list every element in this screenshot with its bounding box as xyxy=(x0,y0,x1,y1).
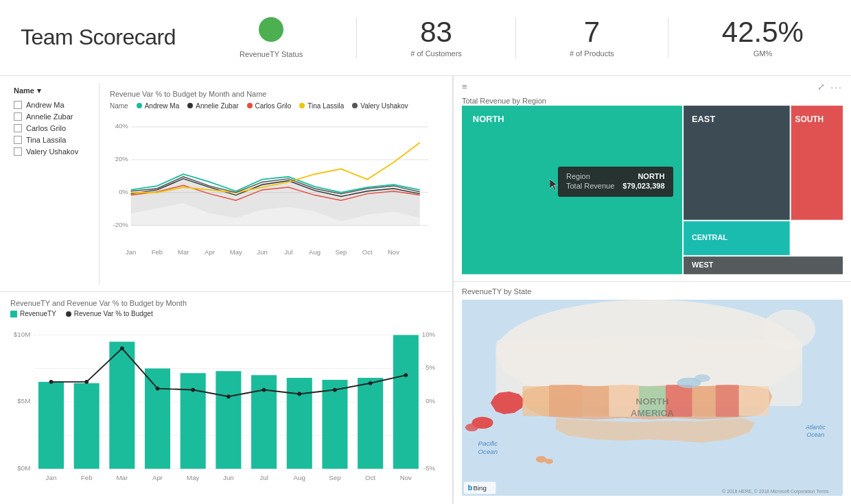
svg-text:May: May xyxy=(187,474,200,481)
bar-legend-name-1: Revenue Var % to Budget xyxy=(74,310,153,317)
kpi-products-value: 7 xyxy=(584,18,600,47)
line-chart-area: Revenue Var % to Budget by Month and Nam… xyxy=(100,83,442,285)
right-panel: ≡ ⤢ ··· Total Revenue by Region NORTH xyxy=(453,76,851,504)
dot-aug xyxy=(297,392,301,396)
svg-text:AMERICA: AMERICA xyxy=(631,408,675,418)
svg-text:Nov: Nov xyxy=(388,248,399,255)
line-chart-legend: Name Andrew Ma Annelie Zubar Carlos Gril… xyxy=(110,102,432,110)
kpi-products: 7 # of Products xyxy=(570,18,614,58)
bar-jan xyxy=(38,382,64,469)
filter-checkbox-1[interactable] xyxy=(14,112,22,121)
svg-text:WEST: WEST xyxy=(692,261,714,269)
svg-text:Sep: Sep xyxy=(329,474,341,481)
kpi-gm: 42.5% GM% xyxy=(722,18,804,58)
expand-icon[interactable]: ⤢ xyxy=(817,82,825,92)
filter-checkbox-0[interactable] xyxy=(14,101,22,109)
legend-dot-0 xyxy=(137,103,142,108)
svg-text:Ocean: Ocean xyxy=(806,431,824,438)
more-icon[interactable]: ··· xyxy=(830,82,843,93)
kpi-customers: 83 # of Customers xyxy=(410,18,462,58)
map-title: RevenueTY by State xyxy=(462,287,843,296)
svg-text:May: May xyxy=(230,248,242,255)
treemap-section: ≡ ⤢ ··· Total Revenue by Region NORTH xyxy=(454,76,851,282)
svg-text:Apr: Apr xyxy=(205,248,215,255)
left-panel: Name ▾ Andrew Ma Annelie Zubar Carlos Gr… xyxy=(0,76,453,504)
map-section: RevenueTY by State xyxy=(454,282,851,504)
filter-list: Name ▾ Andrew Ma Annelie Zubar Carlos Gr… xyxy=(10,83,100,285)
kpi-products-label: # of Products xyxy=(570,49,614,58)
legend-name-4: Valery Ushakov xyxy=(360,102,408,110)
filter-item-4[interactable]: Valery Ushakov xyxy=(14,147,95,156)
svg-text:-5%: -5% xyxy=(423,464,436,472)
legend-item-3: Tina Lassila xyxy=(299,102,344,110)
svg-point-70 xyxy=(695,374,710,382)
svg-marker-67 xyxy=(502,336,802,378)
filter-name-1: Annelie Zubar xyxy=(26,112,73,121)
svg-text:Nov: Nov xyxy=(400,474,412,481)
legend-dot-4 xyxy=(352,103,358,108)
svg-text:20%: 20% xyxy=(115,155,129,163)
dot-jan xyxy=(49,380,54,384)
svg-text:Jan: Jan xyxy=(46,474,57,481)
kpi-revenuety-status: RevenueTY Status xyxy=(240,17,303,58)
chevron-down-icon: ▾ xyxy=(37,86,41,95)
status-dot xyxy=(259,17,283,42)
dot-apr xyxy=(156,387,160,391)
dot-jun xyxy=(226,394,231,398)
svg-rect-58 xyxy=(522,386,549,416)
filter-name-4: Valery Ushakov xyxy=(26,147,78,156)
line-chart-svg-container: 40% 20% 0% -20% xyxy=(110,113,432,264)
svg-text:$0M: $0M xyxy=(17,464,30,472)
bar-mar xyxy=(109,341,135,468)
kpi-gm-value: 42.5% xyxy=(722,18,804,47)
dot-may xyxy=(191,388,195,392)
svg-rect-65 xyxy=(716,385,739,417)
svg-text:Pacific: Pacific xyxy=(478,440,498,447)
main-content: Name ▾ Andrew Ma Annelie Zubar Carlos Gr… xyxy=(0,76,851,504)
bar-chart-title: RevenueTY and Revenue Var % to Budget by… xyxy=(10,299,442,307)
svg-text:CENTRAL: CENTRAL xyxy=(692,233,727,241)
kpi-section: RevenueTY Status 83 # of Customers 7 # o… xyxy=(213,17,830,58)
filter-checkbox-3[interactable] xyxy=(14,136,22,144)
filter-header[interactable]: Name ▾ xyxy=(14,86,95,95)
svg-point-55 xyxy=(536,456,547,463)
filter-item-1[interactable]: Annelie Zubar xyxy=(14,112,95,121)
filter-name-0: Andrew Ma xyxy=(26,101,65,109)
svg-text:Atlantic: Atlantic xyxy=(805,424,826,431)
svg-text:Mar: Mar xyxy=(178,248,189,255)
treemap-north[interactable] xyxy=(462,106,682,274)
kpi-customers-value: 83 xyxy=(420,18,452,47)
svg-text:© 2018 HERE, © 2018 Microsoft : © 2018 HERE, © 2018 Microsoft Corporatio… xyxy=(722,489,829,494)
page-title: Team Scorecard xyxy=(21,25,213,50)
bar-chart-svg: $10M $5M $0M 10% 5% 0% -5% xyxy=(10,321,442,489)
map-svg: NORTH AMERICA b Bing Pacific Ocean Atlan… xyxy=(462,300,843,496)
svg-text:Aug: Aug xyxy=(294,474,305,481)
bar-aug xyxy=(287,378,312,469)
bar-chart-legend: RevenueTY Revenue Var % to Budget xyxy=(10,310,442,317)
legend-item-1: Annelie Zubar xyxy=(187,102,238,110)
filter-item-2[interactable]: Carlos Grilo xyxy=(14,124,95,132)
dot-mar xyxy=(120,346,124,350)
svg-text:40%: 40% xyxy=(115,122,129,130)
filter-item-0[interactable]: Andrew Ma xyxy=(14,101,95,109)
header: Team Scorecard RevenueTY Status 83 # of … xyxy=(0,0,851,76)
bar-legend-item-1: Revenue Var % to Budget xyxy=(66,310,153,317)
svg-rect-66 xyxy=(739,386,769,416)
kpi-divider-1 xyxy=(356,17,357,58)
legend-name-3: Tina Lassila xyxy=(307,102,344,110)
legend-item-0: Andrew Ma xyxy=(137,102,180,110)
legend-name-2: Carlos Grilo xyxy=(255,102,292,110)
bar-apr xyxy=(145,368,170,468)
legend-dot-1 xyxy=(187,103,193,108)
filter-item-3[interactable]: Tina Lassila xyxy=(14,136,95,144)
treemap-controls: ⤢ ··· xyxy=(817,82,843,93)
filter-checkbox-2[interactable] xyxy=(14,124,22,132)
filter-checkbox-4[interactable] xyxy=(14,147,22,156)
filter-name-2: Carlos Grilo xyxy=(26,124,66,132)
svg-text:Ocean: Ocean xyxy=(478,448,498,455)
svg-text:Jul: Jul xyxy=(259,474,268,481)
bar-nov xyxy=(393,335,419,469)
treemap-title: Total Revenue by Region xyxy=(462,97,843,105)
svg-text:0%: 0% xyxy=(426,397,435,405)
cursor-svg xyxy=(550,179,559,191)
